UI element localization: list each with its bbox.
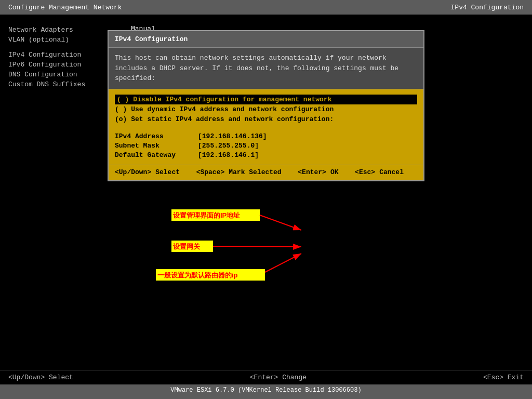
- field-value-ipv4[interactable]: 192.168.146.136: [202, 132, 263, 140]
- field-row-gateway: Default Gateway [ 192.168.146.1 ]: [115, 151, 417, 159]
- action-mark: Mark Selected: [229, 168, 281, 176]
- field-value-subnet[interactable]: 255.255.255.0: [202, 142, 255, 150]
- modal-overlay: IPv4 Configuration This host can obtain …: [0, 15, 532, 384]
- bottom-bar: <Up/Down> Select <Enter> Change <Esc> Ex…: [0, 370, 532, 384]
- field-bracket-open-ipv4: [: [198, 132, 202, 140]
- field-label-gateway: Default Gateway: [115, 151, 198, 159]
- key-enter: <Enter>: [298, 168, 326, 176]
- modal-fields: IPv4 Address [ 192.168.146.136 ] Subnet …: [109, 129, 423, 165]
- modal-footer: <Up/Down> Select <Space> Mark Selected <…: [109, 165, 423, 180]
- footer-bar: VMware ESXi 6.7.0 (VMKernel Release Buil…: [0, 384, 532, 399]
- ipv4-config-modal: IPv4 Configuration This host can obtain …: [108, 30, 424, 181]
- footer-text: VMware ESXi 6.7.0 (VMKernel Release Buil…: [170, 387, 361, 394]
- top-bar-right: IPv4 Configuration: [451, 4, 524, 11]
- action-ok[interactable]: OK: [330, 168, 339, 176]
- field-bracket-close-subnet: ]: [255, 142, 259, 150]
- modal-description: This host can obtain network settings au…: [109, 48, 423, 89]
- action-cancel[interactable]: Cancel: [379, 168, 404, 176]
- key-updown: <Up/Down>: [115, 168, 151, 176]
- field-bracket-close-ipv4: ]: [263, 132, 267, 140]
- bottom-bar-left: <Up/Down> Select: [8, 374, 73, 381]
- bottom-bar-center: <Enter> Change: [250, 374, 307, 381]
- option-dynamic-ipv4[interactable]: ( ) Use dynamic IPv4 address and network…: [115, 104, 417, 114]
- action-select: Select: [155, 168, 180, 176]
- bottom-bar-right: <Esc> Exit: [483, 374, 524, 381]
- field-label-ipv4: IPv4 Address: [115, 132, 198, 140]
- modal-title: IPv4 Configuration: [109, 31, 423, 48]
- field-value-gateway[interactable]: 192.168.146.1: [202, 151, 255, 159]
- top-bar-left: Configure Management Network: [8, 4, 122, 11]
- key-space: <Space>: [196, 168, 225, 176]
- key-esc: <Esc>: [355, 168, 375, 176]
- field-bracket-open-subnet: [: [198, 142, 202, 150]
- option-disable-ipv4[interactable]: ( ) Disable IPv4 configuration for manag…: [115, 95, 417, 104]
- top-bar: Configure Management Network IPv4 Config…: [0, 0, 532, 15]
- field-label-subnet: Subnet Mask: [115, 142, 198, 150]
- field-bracket-close-gateway: ]: [255, 151, 259, 159]
- field-bracket-open-gateway: [: [198, 151, 202, 159]
- modal-options: ( ) Disable IPv4 configuration for manag…: [109, 89, 423, 129]
- field-row-subnet: Subnet Mask [ 255.255.255.0 ]: [115, 142, 417, 150]
- option-static-ipv4[interactable]: (o) Set static IPv4 address and network …: [115, 114, 417, 124]
- field-row-ipv4: IPv4 Address [ 192.168.146.136 ]: [115, 132, 417, 140]
